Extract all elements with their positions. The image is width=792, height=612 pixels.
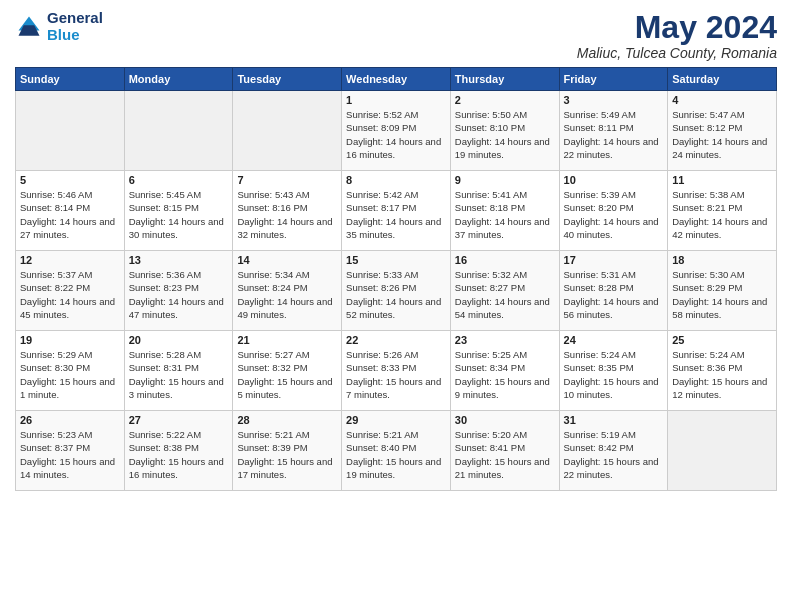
- day-number: 14: [237, 254, 337, 266]
- calendar-cell: 8Sunrise: 5:42 AM Sunset: 8:17 PM Daylig…: [342, 171, 451, 251]
- day-info: Sunrise: 5:23 AM Sunset: 8:37 PM Dayligh…: [20, 428, 120, 481]
- calendar-cell: 18Sunrise: 5:30 AM Sunset: 8:29 PM Dayli…: [668, 251, 777, 331]
- calendar-cell: [668, 411, 777, 491]
- day-number: 20: [129, 334, 229, 346]
- calendar-cell: 24Sunrise: 5:24 AM Sunset: 8:35 PM Dayli…: [559, 331, 668, 411]
- calendar-cell: 29Sunrise: 5:21 AM Sunset: 8:40 PM Dayli…: [342, 411, 451, 491]
- day-info: Sunrise: 5:41 AM Sunset: 8:18 PM Dayligh…: [455, 188, 555, 241]
- calendar-header-row: SundayMondayTuesdayWednesdayThursdayFrid…: [16, 68, 777, 91]
- day-number: 11: [672, 174, 772, 186]
- calendar-cell: 30Sunrise: 5:20 AM Sunset: 8:41 PM Dayli…: [450, 411, 559, 491]
- logo-icon: [15, 13, 43, 41]
- day-number: 12: [20, 254, 120, 266]
- logo-text: General Blue: [47, 10, 103, 43]
- day-number: 18: [672, 254, 772, 266]
- header-saturday: Saturday: [668, 68, 777, 91]
- page: General Blue May 2024 Maliuc, Tulcea Cou…: [0, 0, 792, 612]
- day-info: Sunrise: 5:36 AM Sunset: 8:23 PM Dayligh…: [129, 268, 229, 321]
- day-number: 3: [564, 94, 664, 106]
- day-info: Sunrise: 5:32 AM Sunset: 8:27 PM Dayligh…: [455, 268, 555, 321]
- calendar-cell: 14Sunrise: 5:34 AM Sunset: 8:24 PM Dayli…: [233, 251, 342, 331]
- calendar-week-4: 26Sunrise: 5:23 AM Sunset: 8:37 PM Dayli…: [16, 411, 777, 491]
- calendar-cell: [124, 91, 233, 171]
- day-info: Sunrise: 5:29 AM Sunset: 8:30 PM Dayligh…: [20, 348, 120, 401]
- header-thursday: Thursday: [450, 68, 559, 91]
- calendar-cell: 4Sunrise: 5:47 AM Sunset: 8:12 PM Daylig…: [668, 91, 777, 171]
- day-info: Sunrise: 5:50 AM Sunset: 8:10 PM Dayligh…: [455, 108, 555, 161]
- day-info: Sunrise: 5:28 AM Sunset: 8:31 PM Dayligh…: [129, 348, 229, 401]
- day-number: 5: [20, 174, 120, 186]
- calendar-cell: 22Sunrise: 5:26 AM Sunset: 8:33 PM Dayli…: [342, 331, 451, 411]
- calendar-week-0: 1Sunrise: 5:52 AM Sunset: 8:09 PM Daylig…: [16, 91, 777, 171]
- day-number: 13: [129, 254, 229, 266]
- day-number: 31: [564, 414, 664, 426]
- day-info: Sunrise: 5:33 AM Sunset: 8:26 PM Dayligh…: [346, 268, 446, 321]
- header-monday: Monday: [124, 68, 233, 91]
- day-info: Sunrise: 5:24 AM Sunset: 8:36 PM Dayligh…: [672, 348, 772, 401]
- calendar: SundayMondayTuesdayWednesdayThursdayFrid…: [15, 67, 777, 491]
- day-info: Sunrise: 5:26 AM Sunset: 8:33 PM Dayligh…: [346, 348, 446, 401]
- day-info: Sunrise: 5:21 AM Sunset: 8:39 PM Dayligh…: [237, 428, 337, 481]
- title-block: May 2024 Maliuc, Tulcea County, Romania: [577, 10, 777, 61]
- day-info: Sunrise: 5:30 AM Sunset: 8:29 PM Dayligh…: [672, 268, 772, 321]
- day-number: 7: [237, 174, 337, 186]
- calendar-cell: 11Sunrise: 5:38 AM Sunset: 8:21 PM Dayli…: [668, 171, 777, 251]
- day-number: 17: [564, 254, 664, 266]
- header-tuesday: Tuesday: [233, 68, 342, 91]
- subtitle: Maliuc, Tulcea County, Romania: [577, 45, 777, 61]
- logo: General Blue: [15, 10, 103, 43]
- day-info: Sunrise: 5:43 AM Sunset: 8:16 PM Dayligh…: [237, 188, 337, 241]
- calendar-cell: 28Sunrise: 5:21 AM Sunset: 8:39 PM Dayli…: [233, 411, 342, 491]
- day-info: Sunrise: 5:24 AM Sunset: 8:35 PM Dayligh…: [564, 348, 664, 401]
- day-info: Sunrise: 5:45 AM Sunset: 8:15 PM Dayligh…: [129, 188, 229, 241]
- day-number: 28: [237, 414, 337, 426]
- day-info: Sunrise: 5:49 AM Sunset: 8:11 PM Dayligh…: [564, 108, 664, 161]
- day-number: 23: [455, 334, 555, 346]
- main-title: May 2024: [577, 10, 777, 45]
- day-number: 29: [346, 414, 446, 426]
- day-number: 26: [20, 414, 120, 426]
- day-info: Sunrise: 5:27 AM Sunset: 8:32 PM Dayligh…: [237, 348, 337, 401]
- calendar-cell: 7Sunrise: 5:43 AM Sunset: 8:16 PM Daylig…: [233, 171, 342, 251]
- calendar-cell: 3Sunrise: 5:49 AM Sunset: 8:11 PM Daylig…: [559, 91, 668, 171]
- calendar-cell: 1Sunrise: 5:52 AM Sunset: 8:09 PM Daylig…: [342, 91, 451, 171]
- header: General Blue May 2024 Maliuc, Tulcea Cou…: [15, 10, 777, 61]
- day-info: Sunrise: 5:47 AM Sunset: 8:12 PM Dayligh…: [672, 108, 772, 161]
- calendar-cell: 31Sunrise: 5:19 AM Sunset: 8:42 PM Dayli…: [559, 411, 668, 491]
- day-number: 19: [20, 334, 120, 346]
- calendar-week-3: 19Sunrise: 5:29 AM Sunset: 8:30 PM Dayli…: [16, 331, 777, 411]
- day-info: Sunrise: 5:42 AM Sunset: 8:17 PM Dayligh…: [346, 188, 446, 241]
- day-number: 21: [237, 334, 337, 346]
- calendar-cell: [233, 91, 342, 171]
- calendar-cell: 2Sunrise: 5:50 AM Sunset: 8:10 PM Daylig…: [450, 91, 559, 171]
- calendar-cell: 6Sunrise: 5:45 AM Sunset: 8:15 PM Daylig…: [124, 171, 233, 251]
- day-info: Sunrise: 5:39 AM Sunset: 8:20 PM Dayligh…: [564, 188, 664, 241]
- day-number: 27: [129, 414, 229, 426]
- calendar-cell: 21Sunrise: 5:27 AM Sunset: 8:32 PM Dayli…: [233, 331, 342, 411]
- calendar-week-1: 5Sunrise: 5:46 AM Sunset: 8:14 PM Daylig…: [16, 171, 777, 251]
- calendar-cell: 20Sunrise: 5:28 AM Sunset: 8:31 PM Dayli…: [124, 331, 233, 411]
- day-info: Sunrise: 5:20 AM Sunset: 8:41 PM Dayligh…: [455, 428, 555, 481]
- calendar-cell: 13Sunrise: 5:36 AM Sunset: 8:23 PM Dayli…: [124, 251, 233, 331]
- day-info: Sunrise: 5:52 AM Sunset: 8:09 PM Dayligh…: [346, 108, 446, 161]
- day-info: Sunrise: 5:22 AM Sunset: 8:38 PM Dayligh…: [129, 428, 229, 481]
- calendar-cell: 26Sunrise: 5:23 AM Sunset: 8:37 PM Dayli…: [16, 411, 125, 491]
- header-wednesday: Wednesday: [342, 68, 451, 91]
- calendar-cell: 10Sunrise: 5:39 AM Sunset: 8:20 PM Dayli…: [559, 171, 668, 251]
- day-number: 1: [346, 94, 446, 106]
- calendar-cell: 17Sunrise: 5:31 AM Sunset: 8:28 PM Dayli…: [559, 251, 668, 331]
- calendar-cell: 23Sunrise: 5:25 AM Sunset: 8:34 PM Dayli…: [450, 331, 559, 411]
- calendar-cell: 25Sunrise: 5:24 AM Sunset: 8:36 PM Dayli…: [668, 331, 777, 411]
- day-info: Sunrise: 5:46 AM Sunset: 8:14 PM Dayligh…: [20, 188, 120, 241]
- day-number: 4: [672, 94, 772, 106]
- day-info: Sunrise: 5:37 AM Sunset: 8:22 PM Dayligh…: [20, 268, 120, 321]
- day-info: Sunrise: 5:34 AM Sunset: 8:24 PM Dayligh…: [237, 268, 337, 321]
- day-number: 16: [455, 254, 555, 266]
- calendar-cell: 5Sunrise: 5:46 AM Sunset: 8:14 PM Daylig…: [16, 171, 125, 251]
- day-number: 22: [346, 334, 446, 346]
- day-number: 30: [455, 414, 555, 426]
- calendar-week-2: 12Sunrise: 5:37 AM Sunset: 8:22 PM Dayli…: [16, 251, 777, 331]
- day-number: 6: [129, 174, 229, 186]
- calendar-cell: 16Sunrise: 5:32 AM Sunset: 8:27 PM Dayli…: [450, 251, 559, 331]
- calendar-cell: 9Sunrise: 5:41 AM Sunset: 8:18 PM Daylig…: [450, 171, 559, 251]
